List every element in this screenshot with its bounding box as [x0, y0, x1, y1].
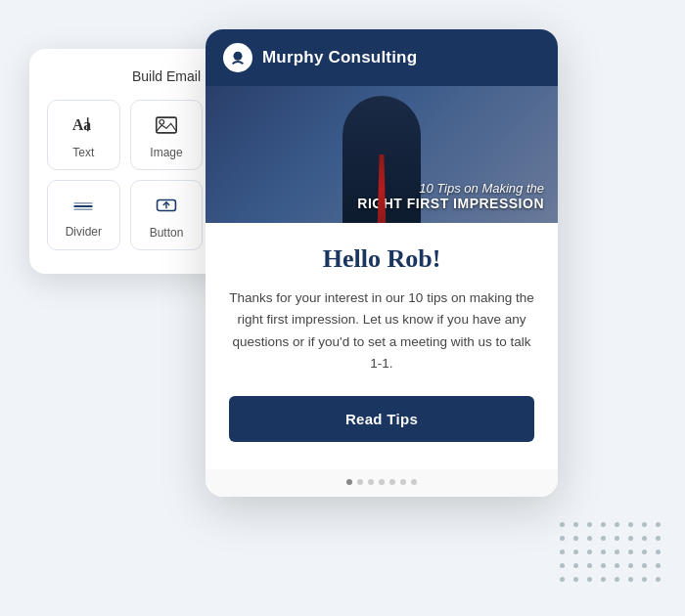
email-preview-card: Murphy Consulting 10 Tips on Making the …	[206, 29, 558, 497]
build-item-image[interactable]: Image	[130, 100, 204, 170]
divider-icon	[69, 196, 97, 219]
company-name: Murphy Consulting	[262, 48, 417, 67]
button-icon	[153, 195, 180, 220]
divider-label: Divider	[66, 225, 102, 239]
image-icon	[153, 114, 180, 140]
text-label: Text	[72, 146, 94, 159]
company-logo	[223, 43, 252, 72]
email-body-text: Thanks for your interest in our 10 tips …	[229, 287, 534, 374]
email-body: Hello Rob! Thanks for your interest in o…	[206, 223, 558, 469]
dot-5	[389, 479, 395, 485]
hero-text-bottom: RIGHT FIRST IMPRESSION	[206, 196, 544, 211]
button-label: Button	[150, 226, 184, 240]
email-header-bar: Murphy Consulting	[206, 29, 558, 86]
build-item-button[interactable]: Button	[130, 180, 204, 250]
build-item-divider[interactable]: Divider	[47, 180, 120, 250]
hero-text: 10 Tips on Making the RIGHT FIRST IMPRES…	[206, 181, 558, 211]
svg-point-3	[160, 120, 164, 125]
scene: // Will be rendered after page load Buil…	[0, 0, 685, 616]
text-icon: Aa	[69, 114, 97, 140]
svg-point-13	[234, 52, 243, 61]
card-pagination-dots	[206, 469, 558, 497]
dot-6	[400, 479, 406, 485]
svg-rect-2	[157, 117, 176, 133]
hero-image: 10 Tips on Making the RIGHT FIRST IMPRES…	[206, 86, 558, 223]
image-label: Image	[150, 146, 182, 159]
build-item-text[interactable]: Aa Text	[47, 100, 120, 170]
dot-3	[368, 479, 374, 485]
dot-1	[346, 479, 352, 485]
hero-text-top: 10 Tips on Making the	[206, 181, 544, 196]
dot-2	[357, 479, 363, 485]
dot-7	[411, 479, 417, 485]
email-greeting: Hello Rob!	[229, 244, 534, 274]
dot-4	[379, 479, 385, 485]
read-tips-button[interactable]: Read Tips	[229, 396, 534, 442]
dot-grid-decoration: // Will be rendered after page load	[560, 522, 665, 587]
